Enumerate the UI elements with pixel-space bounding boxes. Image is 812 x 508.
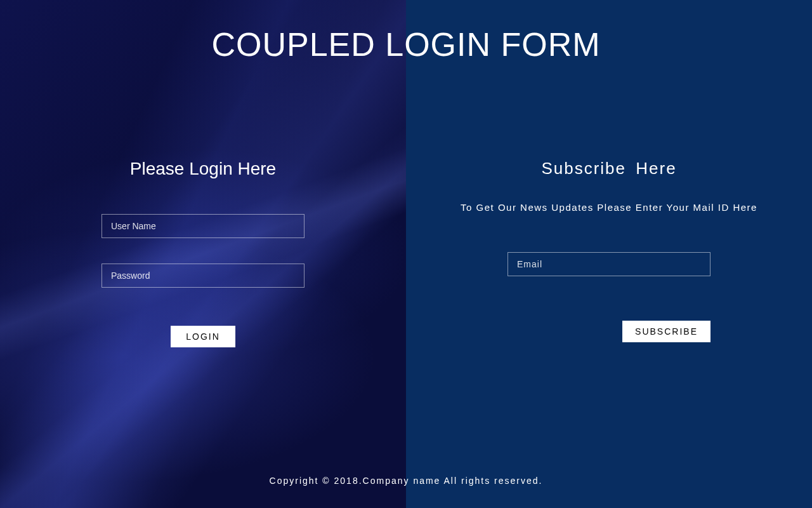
email-input[interactable] (508, 252, 710, 276)
login-heading: Please Login Here (130, 159, 276, 179)
footer-copyright: Copyright © 2018.Company name All rights… (0, 476, 812, 486)
subscribe-panel: Subscribe Here To Get Our News Updates P… (406, 0, 812, 508)
login-panel: Please Login Here LOGIN (0, 0, 406, 508)
page-title: COUPLED LOGIN FORM (0, 25, 812, 64)
username-input[interactable] (102, 214, 304, 238)
password-input[interactable] (102, 264, 304, 288)
subscribe-heading: Subscribe Here (541, 159, 676, 178)
subscribe-description: To Get Our News Updates Please Enter You… (461, 201, 757, 214)
login-button[interactable]: LOGIN (171, 326, 235, 347)
subscribe-button[interactable]: SUBSCRIBE (622, 321, 710, 342)
